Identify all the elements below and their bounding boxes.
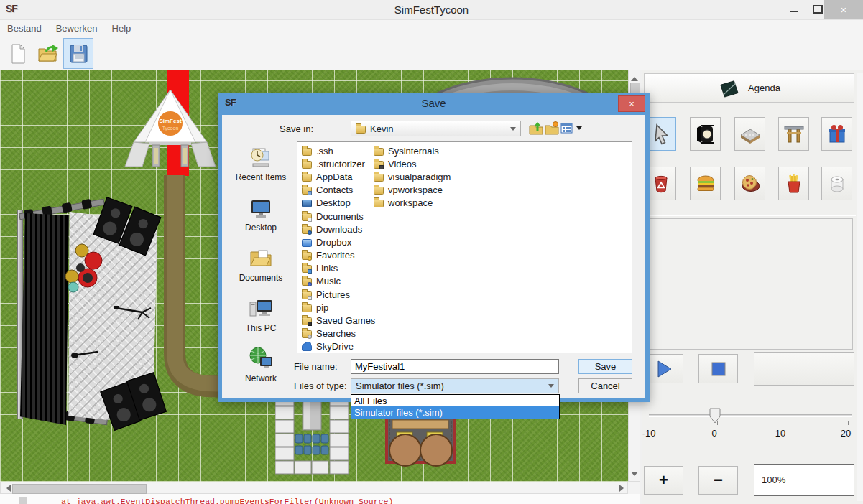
tool-road-tile-icon[interactable]	[734, 117, 765, 151]
file-name-input[interactable]	[351, 359, 559, 374]
file-item[interactable]: Desktop	[302, 197, 375, 210]
place-recent-items[interactable]: Recent Items	[226, 144, 295, 182]
view-menu-arrow-icon[interactable]	[576, 126, 582, 133]
save-in-value: Kevin	[370, 123, 394, 134]
tool-fries-icon[interactable]	[778, 167, 809, 200]
file-item[interactable]: SkyDrive	[302, 340, 375, 353]
tool-spotlight-icon[interactable]	[690, 117, 721, 151]
file-list[interactable]: .ssh.structorizerAppDataContactsDesktopD…	[297, 141, 632, 353]
file-item[interactable]: .structorizer	[302, 157, 375, 170]
stop-icon[interactable]	[698, 354, 738, 383]
save-in-combo[interactable]: Kevin	[351, 121, 521, 136]
mic-stand[interactable]	[114, 301, 153, 321]
file-item[interactable]: Contacts	[302, 184, 375, 197]
tool-gift-icon[interactable]	[821, 117, 852, 151]
file-item[interactable]: pip	[302, 301, 375, 314]
tool-trash-bin-icon[interactable]	[645, 167, 676, 200]
menu-item-help[interactable]: Help	[105, 23, 139, 34]
file-item-label: pip	[316, 302, 328, 313]
zoom-out-button[interactable]: −	[698, 466, 738, 495]
file-type-option[interactable]: All Files	[351, 395, 559, 406]
game-horizontal-scrollbar[interactable]	[0, 482, 628, 494]
tool-cursor-icon[interactable]	[645, 117, 676, 151]
save-button[interactable]: Save	[578, 359, 632, 374]
file-item[interactable]: Music	[302, 275, 375, 288]
videos-icon	[374, 161, 384, 169]
places-sidebar: Recent ItemsDesktopDocumentsThis PCNetwo…	[226, 144, 295, 393]
file-item[interactable]: Favorites	[302, 249, 375, 262]
folder-icon	[302, 304, 312, 312]
zoom-in-button[interactable]: +	[644, 466, 683, 495]
panel-scrollbar[interactable]	[857, 73, 863, 501]
folder-icon	[374, 148, 384, 156]
file-item[interactable]: .ssh	[302, 144, 375, 157]
dialog-title: Save	[218, 97, 650, 109]
place-this-pc[interactable]: This PC	[226, 294, 295, 333]
folder-icon	[302, 174, 312, 182]
skydrive-icon	[302, 343, 312, 351]
file-item-label: Pictures	[316, 289, 350, 300]
file-item-label: visualparadigm	[388, 172, 451, 182]
file-item-label: Videos	[388, 159, 417, 169]
folder-icon	[374, 187, 384, 195]
new-folder-icon[interactable]	[545, 121, 559, 138]
slider-tick-label: -10	[634, 428, 663, 439]
dialog-title-bar[interactable]: SF Save ×	[218, 93, 650, 115]
contacts-icon	[302, 187, 312, 195]
view-menu-icon[interactable]	[560, 121, 575, 138]
mic-stand[interactable]	[70, 347, 103, 361]
tool-gate-icon[interactable]	[778, 117, 809, 151]
place-documents[interactable]: Documents	[226, 244, 295, 283]
file-item[interactable]: Documents	[302, 210, 375, 223]
entrance-tent[interactable]: SimFest Tycoon	[124, 86, 217, 176]
file-item[interactable]: Saved Games	[302, 314, 375, 327]
file-item[interactable]: Links	[302, 262, 375, 275]
place-network[interactable]: Network	[226, 345, 295, 383]
tool-burger-icon[interactable]	[690, 167, 721, 200]
slider-thumb[interactable]	[709, 408, 721, 424]
drum-kit[interactable]	[63, 242, 114, 303]
play-icon[interactable]	[644, 354, 683, 383]
stage-curtain[interactable]	[20, 213, 69, 425]
file-item[interactable]: Videos	[374, 157, 451, 170]
up-one-level-icon[interactable]	[529, 121, 543, 138]
folder-icon	[302, 161, 312, 169]
close-icon[interactable]: ×	[824, 0, 863, 19]
downloads-icon	[302, 226, 312, 234]
food-stand[interactable]	[385, 411, 456, 468]
file-type-option[interactable]: Simulator files (*.sim)	[351, 406, 559, 419]
minimize-icon[interactable]	[783, 0, 803, 19]
place-label: Desktop	[226, 223, 295, 233]
file-item[interactable]: workspace	[374, 197, 451, 210]
speed-slider[interactable]	[649, 414, 852, 417]
cancel-button[interactable]: Cancel	[578, 378, 632, 393]
window-title: SimFestTycoon	[0, 4, 863, 16]
file-item-label: workspace	[388, 197, 433, 208]
chevron-down-icon	[510, 127, 516, 134]
tool-toilet-paper-icon[interactable]	[821, 167, 852, 200]
file-item[interactable]: Downloads	[302, 223, 375, 235]
menu-item-bewerken[interactable]: Bewerken	[49, 23, 105, 34]
file-item[interactable]: AppData	[302, 170, 375, 183]
open-file-icon[interactable]	[33, 38, 63, 69]
horizontal-scrollbar-thumb[interactable]	[12, 484, 147, 494]
file-item[interactable]: visualparadigm	[374, 170, 451, 183]
menu-item-bestand[interactable]: Bestand	[0, 23, 49, 34]
stack-trace-text: at java.awt.EventDispatchThread.pumpEven…	[61, 497, 393, 504]
recent-icon	[248, 144, 274, 169]
new-file-icon[interactable]	[3, 38, 33, 69]
file-item[interactable]: Sysinternals	[374, 144, 451, 157]
place-desktop[interactable]: Desktop	[226, 194, 295, 233]
favorites-icon	[302, 252, 312, 260]
save-file-icon[interactable]	[63, 38, 93, 69]
files-of-type-combo[interactable]: Simulator files (*.sim)	[351, 378, 559, 393]
dialog-close-icon[interactable]: ×	[618, 95, 645, 112]
file-item[interactable]: Dropbox	[302, 235, 375, 248]
tool-pizza-icon[interactable]	[734, 167, 765, 200]
file-item-label: Sysinternals	[388, 146, 439, 157]
file-item[interactable]: Searches	[302, 327, 375, 340]
file-item[interactable]: vpworkspace	[374, 184, 451, 197]
file-item[interactable]: Pictures	[302, 288, 375, 301]
seating-block[interactable]	[275, 393, 349, 479]
zoom-value-field[interactable]: 100%	[754, 464, 854, 496]
